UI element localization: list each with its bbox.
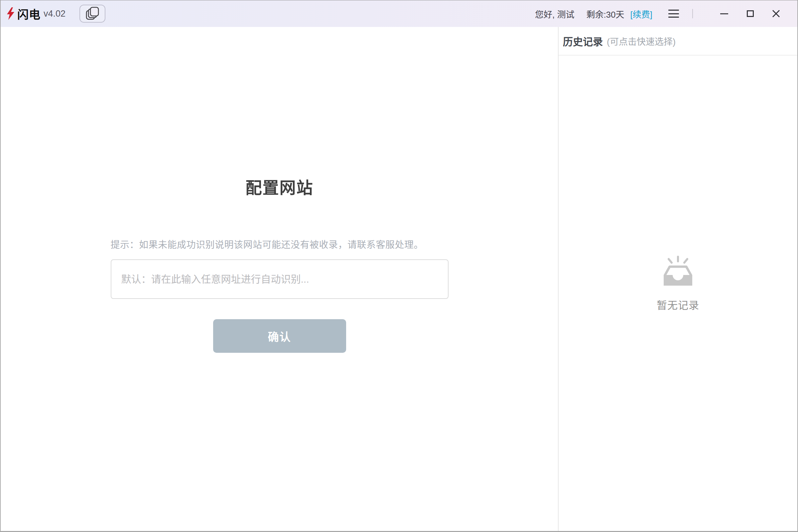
close-button[interactable] bbox=[769, 6, 783, 21]
main-panel: 配置网站 提示：如果未能成功识别说明该网站可能还没有被收录，请联系客服处理。 确… bbox=[1, 27, 558, 531]
titlebar: 闪电 v4.02 您好, 测试 剩余:30天 [续费] bbox=[1, 0, 797, 27]
hint-text: 提示：如果未能成功识别说明该网站可能还没有被收录，请联系客服处理。 bbox=[111, 238, 449, 251]
page-title: 配置网站 bbox=[111, 174, 449, 198]
sidebar-title: 历史记录 bbox=[563, 34, 603, 48]
url-input[interactable] bbox=[111, 259, 449, 299]
minimize-icon bbox=[720, 13, 728, 14]
confirm-button[interactable]: 确认 bbox=[213, 319, 346, 353]
sidebar-subtitle: (可点击快速选择) bbox=[607, 35, 676, 48]
menu-icon bbox=[668, 10, 679, 11]
maximize-button[interactable] bbox=[743, 6, 757, 21]
app-window: { "titlebar": { "app_name": "闪电", "versi… bbox=[0, 0, 798, 532]
sidebar-header: 历史记录 (可点击快速选择) bbox=[558, 27, 797, 56]
app-version: v4.02 bbox=[43, 8, 65, 19]
renew-link[interactable]: [续费] bbox=[630, 8, 652, 20]
minimize-button[interactable] bbox=[717, 6, 732, 21]
copies-icon bbox=[85, 7, 100, 21]
days-remaining: 剩余:30天 bbox=[586, 8, 624, 20]
empty-text: 暂无记录 bbox=[657, 297, 699, 312]
close-icon bbox=[772, 9, 780, 18]
app-brand: 闪电 v4.02 bbox=[7, 6, 65, 22]
maximize-icon bbox=[747, 10, 754, 17]
empty-state: 暂无记录 bbox=[558, 256, 797, 312]
user-greeting: 您好, 测试 bbox=[535, 8, 574, 20]
titlebar-right: 您好, 测试 剩余:30天 [续费] bbox=[535, 6, 783, 21]
history-sidebar: 历史记录 (可点击快速选择) 暂无记录 bbox=[558, 27, 797, 531]
copies-button[interactable] bbox=[79, 5, 106, 23]
app-name: 闪电 bbox=[17, 6, 41, 22]
menu-button[interactable] bbox=[668, 10, 679, 18]
empty-inbox-icon bbox=[660, 256, 696, 287]
lightning-icon bbox=[7, 7, 15, 20]
titlebar-divider bbox=[692, 9, 693, 18]
